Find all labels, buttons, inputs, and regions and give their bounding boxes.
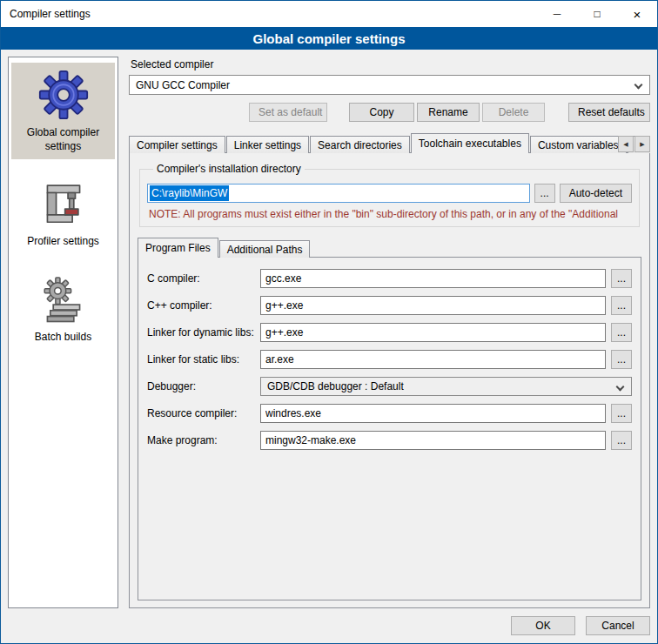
dialog-content: Global compiler settings Profiler settin… xyxy=(1,50,657,608)
sidebar-item-label: Global compiler settings xyxy=(13,126,113,153)
compiler-settings-dialog: Compiler settings ─ □ × Global compiler … xyxy=(0,0,658,644)
profiler-icon xyxy=(40,180,87,229)
debugger-value: GDB/CDB debugger : Default xyxy=(267,380,404,392)
maximize-button[interactable]: □ xyxy=(577,1,617,27)
selected-compiler-label: Selected compiler xyxy=(131,58,648,70)
rename-button[interactable]: Rename xyxy=(417,103,480,122)
tab-scroll-right-button[interactable]: ▶ xyxy=(634,136,650,152)
install-dir-group: Compiler's installation directory C:\ray… xyxy=(139,163,640,227)
c-compiler-input[interactable] xyxy=(260,269,606,288)
sidebar-item-label: Profiler settings xyxy=(27,235,99,249)
reset-defaults-button[interactable]: Reset defaults xyxy=(568,103,650,122)
autodetect-button[interactable]: Auto-detect xyxy=(560,184,632,203)
linker-dynamic-browse-button[interactable]: ... xyxy=(611,323,632,342)
page-title: Global compiler settings xyxy=(1,27,657,50)
linker-static-label: Linker for static libs: xyxy=(147,353,255,366)
close-button[interactable]: × xyxy=(617,1,657,27)
make-program-label: Make program: xyxy=(147,434,255,446)
close-icon: × xyxy=(634,8,641,21)
tab-scroll-buttons: ◀ ▶ xyxy=(618,136,650,152)
tab-program-files[interactable]: Program Files xyxy=(138,238,218,258)
minimize-icon: ─ xyxy=(554,9,561,19)
linker-dynamic-label: Linker for dynamic libs: xyxy=(147,326,255,339)
install-dir-input[interactable]: C:\raylib\MinGW xyxy=(147,184,530,203)
cancel-button[interactable]: Cancel xyxy=(586,616,650,635)
tab-toolchain-executables[interactable]: Toolchain executables xyxy=(411,133,529,153)
tab-scroll-left-button[interactable]: ◀ xyxy=(618,136,634,152)
selected-compiler-dropdown[interactable]: GNU GCC Compiler xyxy=(129,75,650,95)
c-compiler-label: C compiler: xyxy=(147,272,255,285)
sidebar-item-label: Batch builds xyxy=(35,331,91,345)
program-tabs: Program Files Additional Paths xyxy=(138,238,641,258)
cpp-compiler-browse-button[interactable]: ... xyxy=(611,296,632,315)
c-compiler-browse-button[interactable]: ... xyxy=(611,269,632,288)
make-program-browse-button[interactable]: ... xyxy=(611,431,632,450)
arrow-left-icon: ◀ xyxy=(623,141,628,148)
install-dir-browse-button[interactable]: ... xyxy=(534,184,555,203)
program-files-panel: C compiler: ... C++ compiler: ... Linker… xyxy=(138,257,641,600)
cpp-compiler-input[interactable] xyxy=(260,296,606,315)
compiler-actions: Set as default Copy Rename Delete Reset … xyxy=(129,103,650,122)
settings-tabs: Compiler settings Linker settings Search… xyxy=(129,133,650,153)
main-area: Selected compiler GNU GCC Compiler Set a… xyxy=(129,57,650,608)
install-dir-note: NOTE: All programs must exist either in … xyxy=(149,208,630,220)
tab-additional-paths[interactable]: Additional Paths xyxy=(219,240,311,258)
arrow-right-icon: ▶ xyxy=(640,141,644,148)
tab-search-directories[interactable]: Search directories xyxy=(310,136,410,153)
linker-static-browse-button[interactable]: ... xyxy=(611,350,632,369)
maximize-icon: □ xyxy=(594,9,600,19)
chevron-down-icon xyxy=(616,383,625,392)
tab-linker-settings[interactable]: Linker settings xyxy=(226,136,309,153)
gear-icon xyxy=(38,70,89,120)
tab-compiler-settings[interactable]: Compiler settings xyxy=(129,136,225,153)
linker-static-input[interactable] xyxy=(260,350,606,369)
install-dir-group-title: Compiler's installation directory xyxy=(153,163,305,175)
selected-compiler-value: GNU GCC Compiler xyxy=(136,79,230,91)
install-dir-value: C:\raylib\MinGW xyxy=(150,185,229,201)
minimize-button[interactable]: ─ xyxy=(537,1,577,27)
window-title: Compiler settings xyxy=(1,8,537,20)
install-dir-row: C:\raylib\MinGW ... Auto-detect xyxy=(147,184,632,203)
debugger-label: Debugger: xyxy=(147,380,255,392)
sidebar-item-global-compiler-settings[interactable]: Global compiler settings xyxy=(11,63,115,159)
copy-button[interactable]: Copy xyxy=(349,103,414,122)
ok-button[interactable]: OK xyxy=(511,616,575,635)
batch-builds-icon xyxy=(40,276,87,325)
resource-compiler-browse-button[interactable]: ... xyxy=(611,404,632,423)
resource-compiler-label: Resource compiler: xyxy=(147,407,255,419)
delete-button[interactable]: Delete xyxy=(482,103,545,122)
set-as-default-button[interactable]: Set as default xyxy=(249,103,327,122)
cpp-compiler-label: C++ compiler: xyxy=(147,299,255,312)
resource-compiler-input[interactable] xyxy=(260,404,606,423)
chevron-down-icon xyxy=(634,81,643,90)
sidebar-item-profiler-settings[interactable]: Profiler settings xyxy=(11,173,115,255)
toolchain-fields: C compiler: ... C++ compiler: ... Linker… xyxy=(147,269,632,450)
make-program-input[interactable] xyxy=(260,431,606,450)
sidebar: Global compiler settings Profiler settin… xyxy=(8,57,118,608)
linker-dynamic-input[interactable] xyxy=(260,323,606,342)
debugger-dropdown[interactable]: GDB/CDB debugger : Default xyxy=(260,377,632,396)
toolchain-executables-panel: Compiler's installation directory C:\ray… xyxy=(129,152,650,608)
titlebar: Compiler settings ─ □ × xyxy=(1,1,657,27)
sidebar-item-batch-builds[interactable]: Batch builds xyxy=(11,269,115,351)
tab-custom-variables[interactable]: Custom variables xyxy=(530,136,627,153)
dialog-footer: OK Cancel xyxy=(1,608,657,643)
